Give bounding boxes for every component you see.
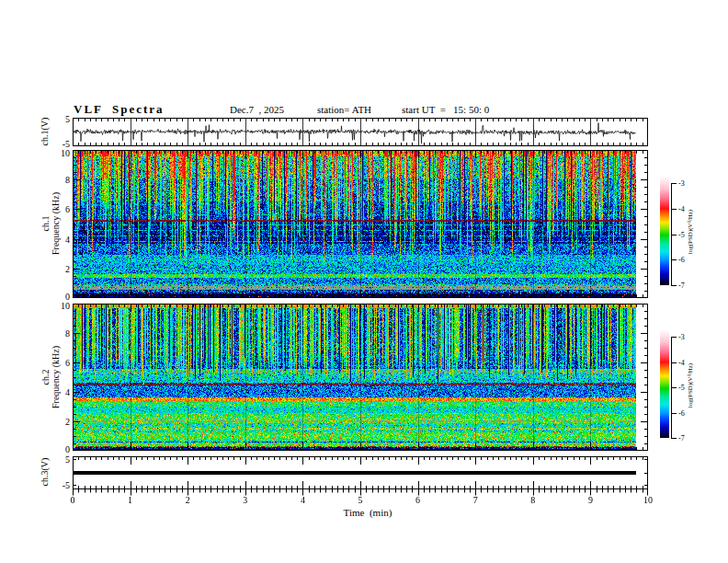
start-ut-label: start UT = 15: 50: 0 [402, 104, 489, 115]
ch2-spec-ylabel-line2: Frequency (kHz) [51, 346, 61, 408]
vlf-spectra-figure: VLF Spectra Dec.7 , 2025 station= ATH st… [0, 0, 728, 563]
ch1-spec-ylabel-line1: ch.1 [40, 216, 51, 232]
colorbar-tick [671, 235, 677, 236]
date-label: Dec.7 , 2025 [230, 104, 284, 115]
time-axis-tick-label: 8 [530, 495, 535, 505]
colorbar-tick [671, 259, 677, 260]
time-axis-tick-label: 7 [473, 495, 478, 505]
time-axis-tick-label: 3 [243, 495, 247, 505]
ch1-spec-ytick-label: 6 [65, 204, 70, 214]
colorbar-ch2 [660, 329, 669, 438]
ch3-wave-ytick-label: -5 [63, 480, 70, 490]
colorbar-tick [671, 413, 677, 414]
colorbar-tick [671, 337, 677, 338]
ch1-spec-ylabel: ch.1Frequency (kHz) [40, 192, 61, 255]
colorbar-tick-label: -7 [678, 434, 685, 442]
ch1-spectrogram [73, 150, 648, 298]
ch2-spec-ytick-label: 10 [61, 301, 70, 311]
ch2-spec-ytick-label: 8 [65, 328, 70, 339]
time-axis-tick-label: 2 [186, 495, 190, 505]
colorbar-tick [671, 387, 677, 388]
ch2-spec-ytick-label: 0 [65, 444, 70, 454]
colorbar-tick-label: -4 [678, 358, 685, 366]
colorbar-ch1 [660, 176, 669, 285]
colorbar-tick [671, 362, 677, 363]
ch1-spec-ytick-label: 10 [61, 148, 70, 158]
colorbar-tick-label: -5 [678, 230, 685, 238]
colorbar-tick-label: -7 [678, 281, 685, 289]
ch1-spec-ytick-label: 4 [65, 235, 70, 245]
colorbar-tick-label: -6 [678, 256, 685, 264]
colorbar-tick [671, 438, 677, 439]
colorbar-tick-label: -6 [678, 408, 685, 417]
figure-title: VLF Spectra [74, 102, 165, 117]
colorbar-tick-label: -5 [678, 384, 685, 392]
time-axis-tick-label: 6 [415, 495, 420, 505]
ch2-spec-ylabel: ch.2Frequency (kHz) [40, 346, 61, 408]
time-axis-tick-label: 1 [128, 495, 132, 505]
time-axis-tick-label: 0 [71, 495, 75, 505]
ch1-spec-ylabel-line2: Frequency (kHz) [51, 192, 61, 255]
ch2-spec-ytick-label: 2 [65, 417, 70, 427]
ch1-wave-ylabel: ch.1(V) [40, 118, 50, 146]
colorbar-ch1-label: log(PSD)(V²/Hz) [687, 210, 694, 254]
colorbar-tick-label: -4 [678, 205, 685, 213]
colorbar-tick [671, 209, 677, 210]
time-axis-tick-label: 5 [358, 495, 363, 505]
ch1-waveform-plot [73, 118, 648, 146]
ch2-spectrogram [73, 304, 648, 451]
station-label: station= ATH [317, 104, 371, 115]
colorbar-tick-label: -3 [678, 179, 685, 188]
colorbar-tick-label: -3 [678, 333, 685, 341]
colorbar-tick [671, 183, 677, 184]
ch3-waveform-plot [73, 456, 648, 497]
time-axis-tick-label: 9 [588, 495, 593, 505]
ch2-spec-ytick-label: 4 [65, 387, 70, 397]
ch1-spec-ytick-label: 2 [65, 264, 70, 274]
ch2-spec-ylabel-line1: ch.2 [40, 370, 51, 385]
colorbar-ch2-label: log(PSD)(V²/Hz) [687, 363, 694, 408]
colorbar-tick [671, 285, 677, 286]
ch3-wave-ylabel: ch.3(V) [40, 458, 50, 487]
ch3-wave-ytick-label: 5 [65, 454, 70, 465]
ch1-spec-ytick-label: 8 [65, 175, 70, 185]
time-axis-label: Time (min) [344, 507, 392, 518]
ch1-wave-ytick-label: 5 [65, 114, 70, 124]
time-axis-tick-label: 10 [643, 495, 653, 505]
time-axis-tick-label: 4 [301, 495, 305, 505]
ch2-spec-ytick-label: 6 [65, 358, 70, 368]
